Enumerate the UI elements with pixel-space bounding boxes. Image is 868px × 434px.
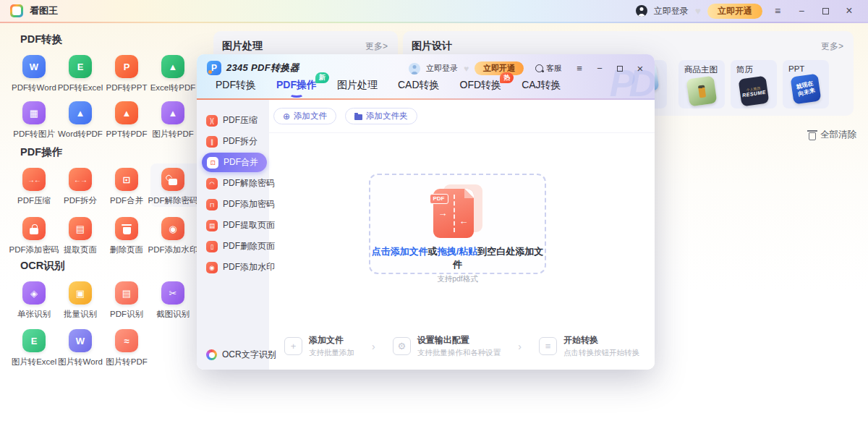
pdf-ocr-icon: ▤ bbox=[115, 281, 138, 305]
tab-image-processing[interactable]: 图片处理 bbox=[337, 79, 378, 92]
dialog-item-ocr[interactable]: OCR文字识别 bbox=[206, 349, 276, 361]
section-title: PDF操作 bbox=[20, 145, 205, 159]
tool-excel-to-pdf[interactable]: ▲ Excel转PDF bbox=[150, 55, 196, 101]
tool-image-to-pdf-ocr[interactable]: ≈ 图片转PDF bbox=[103, 329, 150, 377]
step-output-settings: ⚙ 设置输出配置 支持批量操作和各种设置 bbox=[393, 334, 501, 358]
dialog-maximize-button[interactable] bbox=[613, 64, 627, 73]
section-title: OCR识别 bbox=[20, 259, 205, 273]
add-folder-button[interactable]: 添加文件夹 bbox=[345, 108, 417, 124]
menu-icon[interactable]: ≡ bbox=[769, 6, 786, 16]
gear-icon: ⚙ bbox=[393, 337, 411, 355]
tool-image-to-pdf[interactable]: ▲ 图片转PDF bbox=[150, 101, 196, 148]
dialog-item-watermark[interactable]: ◉ PDF添加水印 bbox=[197, 257, 269, 278]
dialog-upgrade-button[interactable]: 立即开通 bbox=[475, 61, 524, 75]
merge-icon: ⊡ bbox=[115, 168, 138, 191]
dialog-item-pdf-compress[interactable]: )( PDF压缩 bbox=[197, 110, 269, 131]
dialog-item-pdf-split[interactable]: ∥ PDF拆分 bbox=[197, 131, 269, 152]
merge-icon: ⊡ bbox=[207, 157, 218, 169]
section-ocr: OCR识别 ◈ 单张识别 ▣ 批量识别 ▤ PDF识别 ✂ 截图识别 bbox=[11, 259, 205, 377]
file-plus-icon: + bbox=[284, 337, 302, 355]
tool-pdf-to-excel[interactable]: E PDF转Excel bbox=[57, 55, 103, 101]
dropzone-instruction: 点击添加文件或拖拽/粘贴到空白处添加文件 bbox=[370, 245, 545, 271]
trash-icon bbox=[809, 132, 816, 140]
new-badge: 新 bbox=[315, 72, 329, 83]
customer-service-button[interactable]: 客服 bbox=[535, 63, 562, 74]
vip-heart-icon[interactable]: ♥ bbox=[695, 6, 701, 16]
workflow-steps: + 添加文件 支持批量添加 › ⚙ 设置输出配置 支持批量操作和各种设置 bbox=[269, 334, 655, 358]
batch-ocr-icon: ▣ bbox=[69, 281, 92, 305]
close-button[interactable]: × bbox=[841, 5, 858, 17]
pdf-to-image-icon: ▦ bbox=[22, 101, 46, 124]
more-link[interactable]: 更多> bbox=[821, 41, 843, 53]
watermark-icon: ◉ bbox=[161, 217, 184, 240]
tool-pdf-to-ppt[interactable]: P PDF转PPT bbox=[103, 55, 150, 101]
user-avatar-icon[interactable] bbox=[636, 5, 647, 17]
trash-icon bbox=[115, 217, 138, 240]
minimize-button[interactable]: − bbox=[793, 6, 810, 16]
dialog-item-pdf-unlock[interactable]: ◠ PDF解除密码 bbox=[197, 173, 269, 194]
dialog-vip-heart-icon[interactable]: ♥ bbox=[464, 64, 469, 73]
design-card-resume[interactable]: 简历 个人简历 RESUME bbox=[731, 60, 777, 109]
dialog-main: ⊕ 添加文件 添加文件夹 PDF bbox=[269, 100, 655, 370]
tab-caj-convert[interactable]: CAJ转换 bbox=[522, 79, 561, 92]
hot-badge: 热 bbox=[500, 72, 514, 83]
dialog-minimize-button[interactable]: − bbox=[592, 64, 607, 73]
design-card-ppt[interactable]: PPT 就现在向未来 bbox=[783, 60, 829, 109]
word-to-pdf-icon: ▲ bbox=[69, 101, 92, 124]
tool-pdf-to-image[interactable]: ▦ PDF转图片 bbox=[11, 101, 57, 148]
trash-icon: ▯ bbox=[206, 241, 218, 252]
section-title: PDF转换 bbox=[20, 33, 205, 46]
tab-ofd-convert[interactable]: OFD转换 热 bbox=[460, 79, 502, 92]
upgrade-button[interactable]: 立即开通 bbox=[707, 4, 762, 19]
dialog-avatar-icon[interactable] bbox=[409, 63, 420, 75]
dialog-item-extract-pages[interactable]: ▤ PDF提取页面 bbox=[197, 215, 269, 236]
excel-to-pdf-icon: ▲ bbox=[161, 55, 184, 78]
tool-screenshot-ocr[interactable]: ✂ 截图识别 bbox=[150, 281, 196, 329]
tool-batch-ocr[interactable]: ▣ 批量识别 bbox=[57, 281, 103, 329]
compress-icon: )( bbox=[206, 115, 218, 127]
dialog-item-delete-pages[interactable]: ▯ PDF删除页面 bbox=[197, 236, 269, 257]
file-dropzone[interactable]: PDF → ← 点击添加文件或拖拽/粘贴到空白处添加文件 支持pdf格式 bbox=[369, 174, 546, 274]
tool-pdf-compress[interactable]: →← PDF压缩 bbox=[11, 168, 57, 217]
watermark-icon: ◉ bbox=[206, 262, 218, 273]
more-link[interactable]: 更多> bbox=[365, 41, 388, 53]
tool-pdf-to-word[interactable]: W PDF转Word bbox=[11, 55, 57, 101]
tool-ppt-to-pdf[interactable]: ▲ PPT转PDF bbox=[103, 101, 150, 148]
main-titlebar: 看图王 立即登录 ♥ 立即开通 ≡ − × bbox=[0, 0, 868, 22]
image-to-excel-icon: E bbox=[22, 329, 46, 352]
login-link[interactable]: 立即登录 bbox=[654, 5, 689, 17]
app-title: 看图王 bbox=[30, 4, 58, 17]
chevron-right-icon: › bbox=[518, 341, 522, 352]
dropzone-hint: 支持pdf格式 bbox=[370, 274, 545, 284]
tab-pdf-convert[interactable]: PDF转换 bbox=[216, 79, 256, 92]
ppt-thumbnail: 就现在向未来 bbox=[791, 74, 822, 105]
tool-pdf-ocr[interactable]: ▤ PDF识别 bbox=[103, 281, 150, 329]
ocr-icon bbox=[206, 349, 217, 360]
pdf-to-word-icon: W bbox=[22, 55, 46, 78]
tool-single-ocr[interactable]: ◈ 单张识别 bbox=[11, 281, 57, 329]
dialog-login-link[interactable]: 立即登录 bbox=[426, 63, 458, 74]
clear-all-button[interactable]: 全部清除 bbox=[809, 129, 856, 141]
tool-image-to-excel[interactable]: E 图片转Excel bbox=[11, 329, 57, 377]
tool-pdf-unlock[interactable]: PDF解除密码 bbox=[150, 168, 196, 217]
tool-pdf-merge[interactable]: ⊡ PDF合并 bbox=[103, 168, 150, 217]
design-card-product[interactable]: 商品主图 bbox=[678, 60, 725, 109]
ppt-to-pdf-icon: ▲ bbox=[115, 101, 138, 124]
dialog-item-pdf-merge[interactable]: ⊡ PDF合并 bbox=[202, 153, 267, 172]
tab-cad-convert[interactable]: CAD转换 bbox=[398, 79, 440, 92]
maximize-button[interactable] bbox=[817, 6, 834, 16]
pdf-format-badge: PDF bbox=[430, 194, 448, 204]
image-to-pdf-ocr-icon: ≈ bbox=[115, 329, 138, 352]
dialog-item-pdf-password[interactable]: ⊓ PDF添加密码 bbox=[197, 194, 269, 215]
split-icon: ←→ bbox=[69, 168, 92, 191]
add-file-button[interactable]: ⊕ 添加文件 bbox=[273, 108, 336, 124]
dialog-sidebar: )( PDF压缩 ∥ PDF拆分 ⊡ PDF合并 ◠ PDF解除密码 ⊓ P bbox=[197, 100, 269, 370]
tab-pdf-tools[interactable]: PDF操作 新 bbox=[276, 79, 317, 92]
resume-thumbnail: 个人简历 RESUME bbox=[739, 76, 770, 107]
tool-image-to-word[interactable]: W 图片转Word bbox=[57, 329, 103, 377]
tool-pdf-split[interactable]: ←→ PDF拆分 bbox=[57, 168, 103, 217]
tool-word-to-pdf[interactable]: ▲ Word转PDF bbox=[57, 101, 103, 148]
dialog-close-button[interactable]: × bbox=[633, 63, 647, 74]
dialog-menu-icon[interactable]: ≡ bbox=[572, 64, 587, 73]
single-ocr-icon: ◈ bbox=[22, 281, 46, 305]
